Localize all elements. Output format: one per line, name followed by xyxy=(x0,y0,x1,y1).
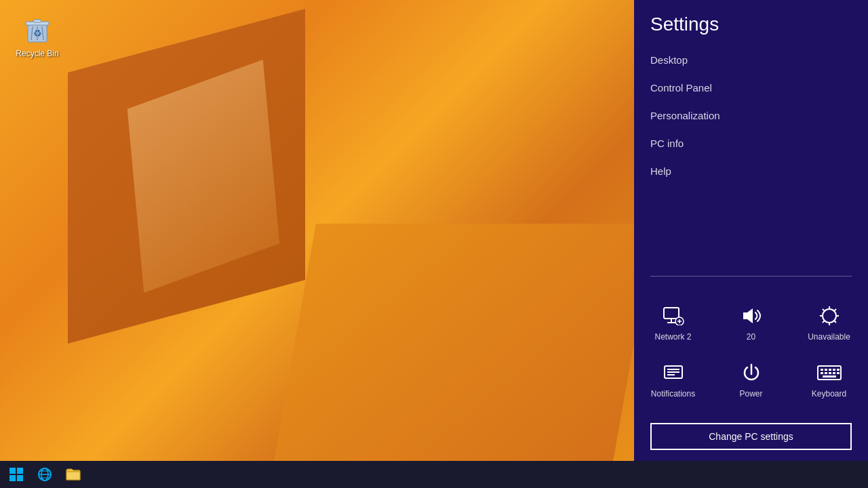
svg-line-30 xyxy=(823,309,825,312)
power-label: Power xyxy=(739,389,762,399)
svg-rect-41 xyxy=(825,369,827,371)
menu-item-personalization[interactable]: Personalization xyxy=(634,102,868,129)
quick-item-keyboard[interactable]: Keyboard xyxy=(790,350,868,407)
taskbar xyxy=(0,461,634,488)
start-button[interactable] xyxy=(3,462,30,487)
quick-item-volume[interactable]: 20 xyxy=(712,293,790,350)
svg-rect-40 xyxy=(821,369,823,371)
settings-panel: Settings Desktop Control Panel Personali… xyxy=(634,0,868,461)
svg-rect-7 xyxy=(9,468,16,474)
settings-title: Settings xyxy=(634,0,868,46)
svg-rect-45 xyxy=(821,372,823,374)
svg-rect-43 xyxy=(833,369,835,371)
menu-item-desktop[interactable]: Desktop xyxy=(634,46,868,74)
svg-rect-48 xyxy=(833,372,835,374)
notifications-label: Notifications xyxy=(651,389,695,399)
unavailable-label: Unavailable xyxy=(808,332,850,342)
svg-rect-46 xyxy=(825,372,827,374)
power-icon xyxy=(739,361,764,385)
quick-item-power[interactable]: Power xyxy=(712,350,790,407)
menu-item-pc-info[interactable]: PC info xyxy=(634,129,868,157)
unavailable-icon xyxy=(817,304,842,328)
quick-item-unavailable[interactable]: Unavailable xyxy=(790,293,868,350)
network-icon xyxy=(661,304,686,328)
svg-line-32 xyxy=(833,309,836,312)
svg-rect-18 xyxy=(664,308,679,319)
quick-item-notifications[interactable]: Notifications xyxy=(634,350,712,407)
menu-item-control-panel[interactable]: Control Panel xyxy=(634,74,868,102)
svg-line-33 xyxy=(823,321,825,323)
svg-rect-2 xyxy=(33,20,41,22)
svg-rect-49 xyxy=(837,372,840,374)
network-label: Network 2 xyxy=(654,332,691,342)
svg-rect-50 xyxy=(823,375,836,378)
quick-item-network[interactable]: Network 2 xyxy=(634,293,712,350)
change-pc-settings-button[interactable]: Change PC settings xyxy=(650,423,852,450)
file-explorer-button[interactable] xyxy=(60,462,87,487)
recycle-bin-label: Recycle Bin xyxy=(16,49,58,58)
svg-line-31 xyxy=(833,321,836,323)
svg-rect-42 xyxy=(829,369,831,371)
internet-explorer-button[interactable] xyxy=(31,462,58,487)
settings-divider xyxy=(650,276,852,277)
svg-rect-9 xyxy=(9,475,16,481)
volume-label: 20 xyxy=(747,332,755,342)
recycle-bin-icon: ♻ xyxy=(21,14,54,46)
svg-marker-24 xyxy=(743,308,753,323)
volume-icon xyxy=(739,304,764,328)
svg-rect-10 xyxy=(17,475,23,481)
svg-rect-8 xyxy=(17,468,23,474)
taskbar-right xyxy=(634,461,868,488)
keyboard-icon xyxy=(817,361,842,385)
svg-rect-44 xyxy=(837,369,840,371)
desktop xyxy=(0,0,634,461)
svg-rect-47 xyxy=(829,372,831,374)
keyboard-label: Keyboard xyxy=(812,389,846,399)
svg-rect-17 xyxy=(66,472,80,480)
notifications-icon xyxy=(661,361,686,385)
recycle-bin[interactable]: ♻ Recycle Bin xyxy=(14,14,61,58)
quick-access-grid: Network 2 20 xyxy=(634,287,868,412)
menu-item-help[interactable]: Help xyxy=(634,157,868,185)
